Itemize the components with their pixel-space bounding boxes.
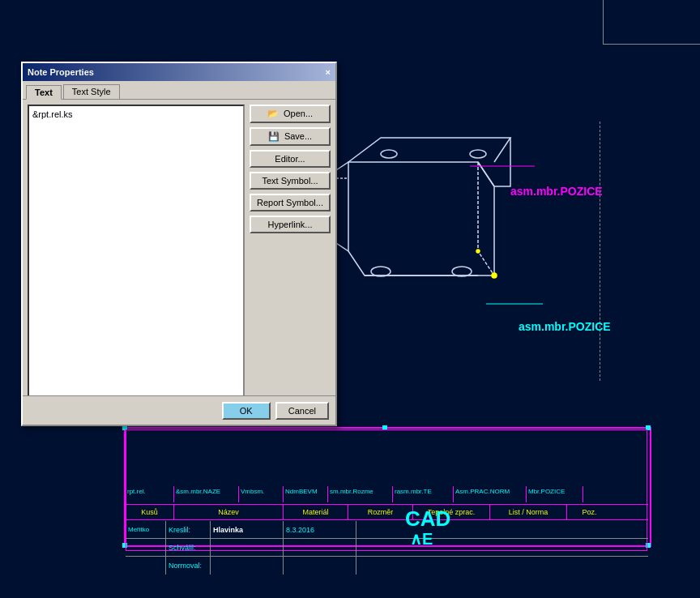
col-header-poz: Poz. bbox=[567, 505, 612, 519]
svg-point-2 bbox=[371, 267, 391, 276]
svg-point-0 bbox=[381, 150, 397, 158]
info-r3-c3 bbox=[211, 557, 284, 575]
info-kreslil-label: Kreslil: bbox=[166, 521, 211, 538]
column-headers-row: Kusů Název Materiál Rozměr Tepelné zprac… bbox=[126, 504, 648, 520]
formula-cell-6: rasm.mbr.TE bbox=[393, 486, 454, 502]
formula-cell-5: sm.mbr.Rozme bbox=[328, 486, 393, 502]
formula-cell-1: rpt.rel. bbox=[126, 486, 174, 502]
info-r3-c5 bbox=[356, 557, 648, 575]
save-button[interactable]: 💾 Save... bbox=[250, 127, 331, 146]
svg-point-3 bbox=[452, 267, 472, 276]
info-row-3: Normoval: bbox=[126, 557, 648, 575]
dashed-line bbox=[600, 122, 600, 381]
buttons-panel: 📂 Open... 💾 Save... Editor... Text Symbo… bbox=[250, 105, 331, 403]
leader-line-2 bbox=[486, 300, 543, 308]
info-row-2: Schválil: bbox=[126, 539, 648, 557]
pozice-label-1: asm.mbr.POZICE bbox=[510, 185, 603, 198]
tab-text[interactable]: Text bbox=[26, 85, 62, 100]
frame-corner bbox=[603, 0, 700, 45]
col-header-kusu: Kusů bbox=[126, 505, 174, 519]
cad-label-text: CAD bbox=[405, 506, 450, 532]
info-row-1: Meřitko Kreslil: Hlavinka 8.3.2016 CAD ∧… bbox=[126, 521, 648, 539]
info-r2-c5 bbox=[356, 539, 648, 556]
pozice-label-2: asm.mbr.POZICE bbox=[519, 320, 611, 333]
dialog-close-button[interactable]: × bbox=[326, 67, 331, 77]
open-button[interactable]: 📂 Open... bbox=[250, 105, 331, 123]
ok-button[interactable]: OK bbox=[222, 402, 271, 420]
info-cad-area: CAD ∧E bbox=[356, 521, 648, 538]
text-symbol-button[interactable]: Text Symbol... bbox=[250, 172, 331, 190]
formula-cell-3: Vmbsm. bbox=[239, 486, 284, 502]
dialog-title-text: Note Properties bbox=[28, 67, 94, 77]
info-schvalil-label: Schválil: bbox=[166, 539, 211, 556]
col-header-nazev: Název bbox=[174, 505, 284, 519]
tab-text-style[interactable]: Text Style bbox=[63, 84, 120, 99]
formula-cell-8: Mbr.POZICE bbox=[527, 486, 583, 502]
svg-point-4 bbox=[492, 273, 497, 278]
open-icon: 📂 bbox=[267, 109, 279, 118]
info-date: 8.3.2016 bbox=[284, 521, 356, 538]
dialog-body: &rpt.rel.ks 📂 Open... 💾 Save... Editor..… bbox=[23, 100, 335, 408]
dialog-titlebar: Note Properties × bbox=[23, 63, 335, 81]
info-r2-c4 bbox=[284, 539, 356, 556]
svg-point-1 bbox=[470, 150, 486, 158]
formula-cell-4: NdmBEVM bbox=[284, 486, 328, 502]
cancel-button[interactable]: Cancel bbox=[275, 402, 329, 420]
col-header-material: Materiál bbox=[284, 505, 348, 519]
dialog-tabs-container: Text Text Style bbox=[23, 81, 335, 100]
part-drawing bbox=[300, 113, 559, 348]
info-rows-container: Meřitko Kreslil: Hlavinka 8.3.2016 CAD ∧… bbox=[126, 521, 648, 598]
col-header-list: List / Norma bbox=[490, 505, 567, 519]
info-normoval-label: Normoval: bbox=[166, 557, 211, 575]
formula-row: rpt.rel. &sm.mbr.NAZE Vmbsm. NdmBEVM sm.… bbox=[126, 486, 648, 502]
info-r2-c1 bbox=[126, 539, 166, 556]
info-r3-c1 bbox=[126, 557, 166, 575]
info-meritko-label: Meřitko bbox=[126, 521, 166, 538]
leader-lines bbox=[470, 162, 535, 170]
info-r3-c4 bbox=[284, 557, 356, 575]
formula-cell-2: &sm.mbr.NAZE bbox=[174, 486, 239, 502]
formula-cell-7: Asm.PRAC.NORM bbox=[454, 486, 527, 502]
text-content: &rpt.rel.ks bbox=[32, 109, 240, 119]
cad-sub-text: ∧E bbox=[410, 529, 433, 549]
editor-button[interactable]: Editor... bbox=[250, 150, 331, 168]
report-symbol-button[interactable]: Report Symbol... bbox=[250, 194, 331, 211]
hyperlink-button[interactable]: Hyperlink... bbox=[250, 216, 331, 233]
info-name: Hlavinka bbox=[211, 521, 284, 538]
col-header-rozmer: Rozměr bbox=[348, 505, 413, 519]
svg-point-5 bbox=[476, 250, 480, 253]
dialog-footer: OK Cancel bbox=[23, 395, 335, 425]
text-area[interactable]: &rpt.rel.ks bbox=[28, 105, 245, 403]
info-r2-c3 bbox=[211, 539, 284, 556]
note-properties-dialog: Note Properties × Text Text Style &rpt.r… bbox=[21, 62, 337, 426]
save-icon: 💾 bbox=[268, 131, 280, 141]
